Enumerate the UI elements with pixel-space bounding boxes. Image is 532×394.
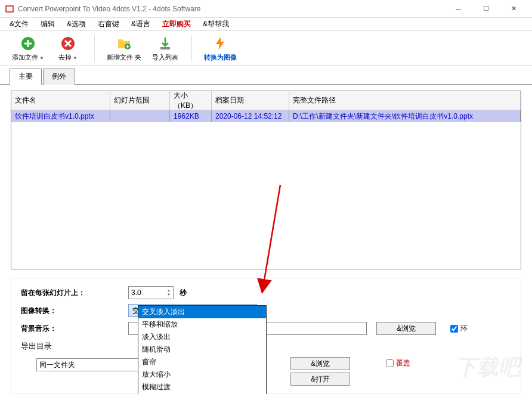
file-list-header: 文件名 幻灯片范围 大小（KB） 档案日期 完整文件路径 xyxy=(11,91,521,110)
tabs: 主要 例外 xyxy=(0,68,532,85)
add-file-label: 添加文件 xyxy=(12,54,38,61)
transition-dropdown-list: 交叉淡入淡出 平移和缩放 淡入淡出 随机滑动 窗帘 放大缩小 模糊过渡 随机 向… xyxy=(138,305,267,394)
convert-image-button[interactable]: 转换为图像 xyxy=(202,33,239,63)
import-list-label: 导入列表 xyxy=(152,53,178,62)
stay-unit: 秒 xyxy=(180,288,187,298)
separator xyxy=(191,35,192,61)
dropdown-option[interactable]: 窗帘 xyxy=(138,356,266,368)
export-folder-value: 同一文件夹 xyxy=(39,360,75,370)
menu-help[interactable]: &帮帮我 xyxy=(198,18,234,30)
remove-button[interactable]: 去掉▼ xyxy=(51,33,85,63)
stay-value: 3.0 xyxy=(131,288,141,297)
loop-label: 环 xyxy=(460,324,468,334)
export-dir-label: 导出目录 xyxy=(21,341,128,352)
overwrite-checkbox[interactable]: 覆盖 xyxy=(386,358,410,368)
dropdown-option[interactable]: 放大缩小 xyxy=(138,368,266,381)
menu-window[interactable]: 右窗键 xyxy=(93,18,124,30)
cell-range xyxy=(110,110,170,122)
file-row[interactable]: 软件培训白皮书v1.0.pptx 1962KB 2020-06-12 14:52… xyxy=(11,110,521,122)
close-button[interactable]: ✕ xyxy=(500,0,527,18)
overwrite-label: 覆盖 xyxy=(396,358,410,368)
menu-file[interactable]: &文件 xyxy=(5,18,33,30)
add-icon xyxy=(19,35,37,52)
add-file-button[interactable]: 添加文件▼ xyxy=(10,33,47,63)
add-folder-button[interactable]: 新增文件 夹 xyxy=(104,33,144,63)
dropdown-option[interactable]: 淡入淡出 xyxy=(138,331,266,343)
menu-buy[interactable]: 立即购买 xyxy=(157,18,196,30)
svg-rect-5 xyxy=(160,47,170,49)
col-filename[interactable]: 文件名 xyxy=(11,91,110,110)
browse-folder-button[interactable]: &浏览 xyxy=(290,357,350,370)
dropdown-option[interactable]: 交叉淡入淡出 xyxy=(138,306,266,318)
file-list: 文件名 幻灯片范围 大小（KB） 档案日期 完整文件路径 软件培训白皮书v1.0… xyxy=(11,91,521,269)
col-slide-range[interactable]: 幻灯片范围 xyxy=(110,91,170,110)
cell-size: 1962KB xyxy=(170,110,212,122)
app-icon xyxy=(5,4,14,14)
cell-path: D:\工作\新建文件夹\新建文件夹\软件培训白皮书v1.0.pptx xyxy=(289,110,521,122)
menu-options[interactable]: &选项 xyxy=(62,18,91,30)
import-icon xyxy=(156,35,174,52)
open-button[interactable]: &打开 xyxy=(290,373,350,386)
import-list-button[interactable]: 导入列表 xyxy=(149,33,182,63)
spinner-down-icon[interactable]: ▼ xyxy=(167,293,171,297)
separator xyxy=(94,35,95,61)
remove-icon xyxy=(59,35,77,52)
convert-image-label: 转换为图像 xyxy=(204,53,237,62)
dropdown-arrow-icon: ▼ xyxy=(73,55,78,61)
spinner-up-icon[interactable]: ▲ xyxy=(167,288,171,293)
browse-music-button[interactable]: &浏览 xyxy=(376,322,436,335)
window-title: Convert Powerpoint To Video 4dots V1.2 -… xyxy=(18,5,445,13)
dropdown-arrow-icon: ▼ xyxy=(39,55,44,61)
dropdown-option[interactable]: 随机滑动 xyxy=(138,343,266,356)
add-folder-label: 新增文件 夹 xyxy=(107,53,141,62)
menu-edit[interactable]: 编辑 xyxy=(36,18,60,30)
loop-checkbox-input[interactable] xyxy=(450,325,458,333)
tab-exception[interactable]: 例外 xyxy=(43,69,75,85)
loop-checkbox[interactable]: 环 xyxy=(450,324,468,334)
col-path[interactable]: 完整文件路径 xyxy=(289,91,521,110)
toolbar: 添加文件▼ 去掉▼ 新增文件 夹 导入列表 转换为图像 xyxy=(0,31,532,66)
cell-filename: 软件培训白皮书v1.0.pptx xyxy=(11,110,110,122)
cell-date: 2020-06-12 14:52:12 xyxy=(212,110,289,122)
svg-rect-1 xyxy=(7,7,13,11)
menu-language[interactable]: &语言 xyxy=(126,18,155,30)
menubar: &文件 编辑 &选项 右窗键 &语言 立即购买 &帮帮我 xyxy=(0,18,532,31)
minimize-button[interactable]: ─ xyxy=(445,0,472,18)
music-label: 背景音乐： xyxy=(21,324,128,334)
col-date[interactable]: 档案日期 xyxy=(212,91,289,110)
stay-duration-input[interactable]: 3.0 ▲▼ xyxy=(128,286,174,299)
stay-label: 留在每张幻灯片上： xyxy=(21,288,128,298)
dropdown-option[interactable]: 平移和缩放 xyxy=(138,318,266,331)
maximize-button[interactable]: ☐ xyxy=(472,0,500,18)
tab-main[interactable]: 主要 xyxy=(10,69,42,85)
folder-add-icon xyxy=(115,35,133,52)
lightning-icon xyxy=(211,35,229,52)
remove-label: 去掉 xyxy=(58,54,72,61)
transition-label: 图像转换： xyxy=(21,306,128,316)
col-size[interactable]: 大小（KB） xyxy=(170,91,212,110)
titlebar: Convert Powerpoint To Video 4dots V1.2 -… xyxy=(0,0,532,18)
overwrite-checkbox-input[interactable] xyxy=(386,359,394,367)
dropdown-option[interactable]: 模糊过渡 xyxy=(138,381,266,393)
